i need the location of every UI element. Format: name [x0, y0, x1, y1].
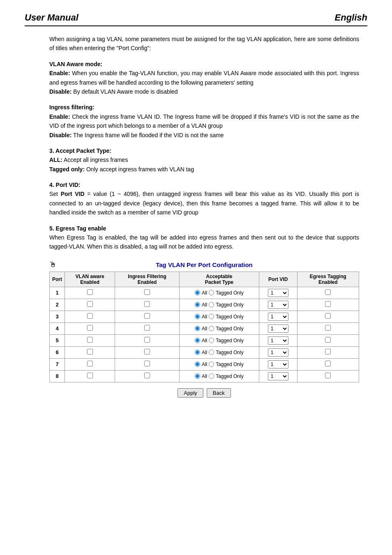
radio-tagged-2[interactable]	[209, 302, 214, 307]
packet-type-cell-3[interactable]: AllTagged Only	[179, 311, 259, 322]
port-vid-cell-3[interactable]: 1234567891011	[259, 311, 297, 322]
port-vid-select-8[interactable]: 1234567891011	[268, 372, 288, 380]
radio-tagged-5[interactable]	[209, 338, 214, 343]
packet-type-cell-1[interactable]: AllTagged Only	[179, 287, 259, 299]
vlan-aware-checkbox-8[interactable]	[87, 373, 93, 378]
col-header-egress: Egress TaggingEnabled	[297, 272, 359, 287]
port-vid-select-6[interactable]: 1234567891011	[268, 348, 288, 357]
apply-button[interactable]: Apply	[178, 388, 203, 398]
ingress-filter-checkbox-8[interactable]	[144, 373, 150, 378]
vlan-aware-checkbox-7[interactable]	[87, 361, 93, 366]
port-vid-cell-7[interactable]: 1234567891011	[259, 358, 297, 370]
egress-tag-checkbox-4[interactable]	[325, 325, 331, 331]
packet-type-cell-2[interactable]: AllTagged Only	[179, 299, 259, 311]
egress-tag-cell-7[interactable]	[297, 358, 359, 370]
radio-tagged-4[interactable]	[209, 326, 214, 331]
radio-tagged-7[interactable]	[209, 362, 214, 367]
vlan-aware-checkbox-3[interactable]	[87, 313, 93, 319]
egress-tag-checkbox-1[interactable]	[325, 289, 331, 295]
ingress-filter-cell-6[interactable]	[115, 346, 180, 358]
ingress-filter-cell-4[interactable]	[115, 322, 180, 334]
vlan-aware-cell-1[interactable]	[65, 287, 115, 299]
vlan-aware-cell-4[interactable]	[65, 322, 115, 334]
ingress-filter-checkbox-6[interactable]	[144, 349, 150, 355]
port-vid-cell-2[interactable]: 1234567891011	[259, 299, 297, 311]
cursor-icon: 🖱	[49, 260, 57, 269]
egress-tag-cell-5[interactable]	[297, 334, 359, 346]
ingress-filter-checkbox-5[interactable]	[144, 337, 150, 343]
ingress-filter-cell-1[interactable]	[115, 287, 180, 299]
port-vid-cell-6[interactable]: 1234567891011	[259, 346, 297, 358]
packet-type-cell-8[interactable]: AllTagged Only	[179, 370, 259, 382]
egress-tag-checkbox-8[interactable]	[325, 373, 331, 378]
port-vid-cell-5[interactable]: 1234567891011	[259, 334, 297, 346]
ingress-filter-cell-8[interactable]	[115, 370, 180, 382]
ingress-filter-checkbox-7[interactable]	[144, 361, 150, 366]
ingress-filter-checkbox-1[interactable]	[144, 289, 150, 295]
packet-type-cell-5[interactable]: AllTagged Only	[179, 334, 259, 346]
radio-tagged-1[interactable]	[209, 290, 214, 295]
ingress-filter-checkbox-3[interactable]	[144, 313, 150, 319]
vlan-aware-checkbox-2[interactable]	[87, 301, 93, 307]
enable-label-2: Enable:	[49, 113, 70, 120]
egress-tag-checkbox-7[interactable]	[325, 361, 331, 366]
egress-tag-checkbox-3[interactable]	[325, 313, 331, 319]
egress-tag-checkbox-2[interactable]	[325, 301, 331, 307]
radio-all-7[interactable]	[195, 362, 200, 367]
egress-tag-cell-3[interactable]	[297, 311, 359, 322]
radio-all-8[interactable]	[195, 373, 200, 379]
radio-all-4[interactable]	[195, 326, 200, 331]
vlan-aware-cell-5[interactable]	[65, 334, 115, 346]
radio-tagged-6[interactable]	[209, 350, 214, 355]
back-button[interactable]: Back	[207, 388, 231, 398]
vlan-aware-cell-2[interactable]	[65, 299, 115, 311]
port-vid-select-5[interactable]: 1234567891011	[268, 336, 288, 345]
radio-all-2[interactable]	[195, 302, 200, 307]
ingress-filter-cell-2[interactable]	[115, 299, 180, 311]
radio-tagged-3[interactable]	[209, 314, 214, 319]
ingress-filter-checkbox-4[interactable]	[144, 325, 150, 331]
radio-all-1[interactable]	[195, 290, 200, 295]
vlan-aware-cell-6[interactable]	[65, 346, 115, 358]
vlan-aware-cell-7[interactable]	[65, 358, 115, 370]
radio-all-label-6: All	[202, 350, 207, 355]
egress-tag-cell-1[interactable]	[297, 287, 359, 299]
vlan-aware-checkbox-5[interactable]	[87, 337, 93, 343]
ingress-filter-cell-7[interactable]	[115, 358, 180, 370]
port-vid-select-3[interactable]: 1234567891011	[268, 313, 288, 321]
packet-type-cell-6[interactable]: AllTagged Only	[179, 346, 259, 358]
port-vid-select-2[interactable]: 1234567891011	[268, 301, 288, 309]
egress-tag-checkbox-6[interactable]	[325, 349, 331, 355]
port-number-3: 3	[50, 311, 65, 322]
vlan-aware-checkbox-4[interactable]	[87, 325, 93, 331]
ingress-filter-cell-3[interactable]	[115, 311, 180, 322]
radio-all-3[interactable]	[195, 314, 200, 319]
radio-all-5[interactable]	[195, 338, 200, 343]
table-row: 7AllTagged Only1234567891011	[50, 358, 359, 370]
egress-tag-checkbox-5[interactable]	[325, 337, 331, 343]
all-label: ALL:	[49, 157, 62, 163]
port-vid-cell-1[interactable]: 1234567891011	[259, 287, 297, 299]
radio-all-6[interactable]	[195, 350, 200, 355]
port-vid-cell-4[interactable]: 1234567891011	[259, 322, 297, 334]
radio-group-6: AllTagged Only	[182, 350, 256, 355]
ingress-filter-cell-5[interactable]	[115, 334, 180, 346]
packet-type-cell-7[interactable]: AllTagged Only	[179, 358, 259, 370]
vlan-aware-checkbox-1[interactable]	[87, 289, 93, 295]
egress-tag-cell-8[interactable]	[297, 370, 359, 382]
egress-tag-cell-6[interactable]	[297, 346, 359, 358]
radio-tagged-8[interactable]	[209, 373, 214, 379]
port-vid-select-1[interactable]: 1234567891011	[268, 289, 288, 297]
egress-tag-cell-2[interactable]	[297, 299, 359, 311]
packet-type-cell-4[interactable]: AllTagged Only	[179, 322, 259, 334]
port-vid-select-7[interactable]: 1234567891011	[268, 360, 288, 368]
port-vid-select-4[interactable]: 1234567891011	[268, 325, 288, 333]
egress-tag-cell-4[interactable]	[297, 322, 359, 334]
section-packet-type: 3. Accept Packet Type: ALL: Accept all i…	[49, 146, 359, 174]
vlan-aware-cell-8[interactable]	[65, 370, 115, 382]
ingress-filter-checkbox-2[interactable]	[144, 301, 150, 307]
vlan-aware-cell-3[interactable]	[65, 311, 115, 322]
port-vid-cell-8[interactable]: 1234567891011	[259, 370, 297, 382]
enable-text-1: When you enable the Tag-VLAN function, y…	[49, 70, 359, 85]
vlan-aware-checkbox-6[interactable]	[87, 349, 93, 355]
